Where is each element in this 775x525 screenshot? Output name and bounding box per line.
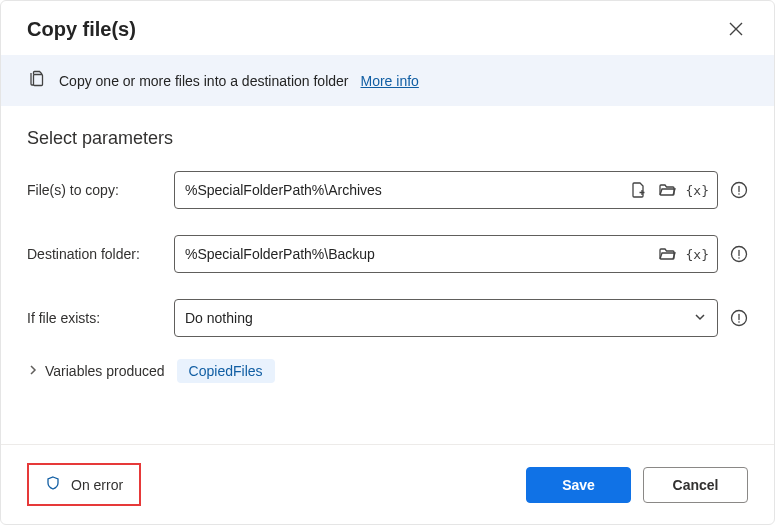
svg-point-4 [738, 257, 740, 259]
close-button[interactable] [724, 17, 748, 41]
dialog-header: Copy file(s) [1, 1, 774, 55]
highlight-box: On error [27, 463, 141, 506]
input-files-to-copy[interactable] [185, 182, 628, 198]
svg-point-2 [738, 193, 740, 195]
help-icon[interactable] [730, 181, 748, 199]
svg-point-6 [738, 321, 740, 323]
save-button[interactable]: Save [526, 467, 631, 503]
chevron-right-icon [27, 363, 39, 379]
help-icon[interactable] [730, 309, 748, 327]
input-icons: {x} [656, 243, 711, 265]
label-files-to-copy: File(s) to copy: [27, 182, 162, 198]
variable-picker-icon[interactable]: {x} [684, 183, 711, 198]
variable-picker-icon[interactable]: {x} [684, 247, 711, 262]
variables-produced-toggle[interactable]: Variables produced [27, 363, 165, 379]
content-area: Select parameters File(s) to copy: [1, 106, 774, 444]
more-info-link[interactable]: More info [361, 73, 419, 89]
select-value: Do nothing [185, 310, 253, 326]
row-variables-produced: Variables produced CopiedFiles [27, 359, 748, 383]
label-destination-folder: Destination folder: [27, 246, 162, 262]
input-destination-folder[interactable] [185, 246, 656, 262]
on-error-button[interactable]: On error [31, 467, 137, 502]
section-title: Select parameters [27, 128, 748, 149]
variable-chip[interactable]: CopiedFiles [177, 359, 275, 383]
select-if-file-exists[interactable]: Do nothing [174, 299, 718, 337]
cancel-button[interactable]: Cancel [643, 467, 748, 503]
browse-folder-icon[interactable] [656, 179, 678, 201]
info-text: Copy one or more files into a destinatio… [59, 73, 349, 89]
dialog-title: Copy file(s) [27, 18, 136, 41]
svg-rect-0 [34, 75, 43, 86]
copy-icon [27, 69, 47, 92]
input-wrap-files-to-copy: {x} [174, 171, 718, 209]
browse-folder-icon[interactable] [656, 243, 678, 265]
select-file-icon[interactable] [628, 179, 650, 201]
info-banner: Copy one or more files into a destinatio… [1, 55, 774, 106]
input-icons: {x} [628, 179, 711, 201]
row-destination-folder: Destination folder: {x} [27, 235, 748, 273]
variables-produced-label: Variables produced [45, 363, 165, 379]
chevron-down-icon [693, 310, 707, 327]
close-icon [728, 21, 744, 37]
shield-icon [45, 475, 61, 494]
row-if-file-exists: If file exists: Do nothing [27, 299, 748, 337]
row-files-to-copy: File(s) to copy: {x} [27, 171, 748, 209]
input-wrap-destination-folder: {x} [174, 235, 718, 273]
on-error-label: On error [71, 477, 123, 493]
dialog-footer: On error Save Cancel [1, 444, 774, 524]
label-if-file-exists: If file exists: [27, 310, 162, 326]
help-icon[interactable] [730, 245, 748, 263]
footer-actions: Save Cancel [526, 467, 748, 503]
